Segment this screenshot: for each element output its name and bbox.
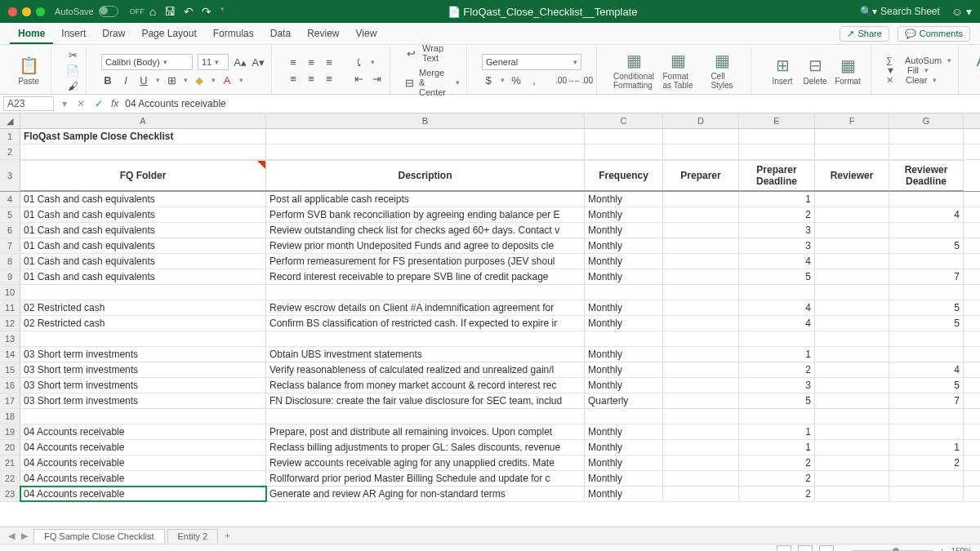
cell-B13[interactable] (266, 331, 585, 346)
sheet-tab-entity2[interactable]: Entity 2 (167, 529, 219, 543)
row-20[interactable]: 2004 Accounts receivableReclass billing … (0, 440, 980, 455)
col-G[interactable]: G (889, 113, 964, 128)
col-F[interactable]: F (815, 113, 889, 128)
cell-B6[interactable]: Review outstanding check list for checks… (266, 223, 585, 238)
cell-C23[interactable]: Monthly (585, 487, 663, 501)
cell-G18[interactable] (889, 409, 964, 424)
cell-G10[interactable] (889, 285, 964, 300)
cell-G5[interactable]: 4 (889, 207, 964, 222)
sheet-tab-active[interactable]: FQ Sample Close Checklist (33, 529, 165, 543)
hdr-description[interactable]: Description (266, 160, 585, 191)
cell-E21[interactable]: 2 (739, 455, 815, 470)
align-middle-icon[interactable]: ≡ (305, 56, 318, 69)
percent-icon[interactable]: % (510, 73, 523, 87)
italic-button[interactable]: I (119, 73, 132, 87)
cell-D19[interactable] (663, 424, 739, 439)
share-button[interactable]: ↗Share (840, 26, 889, 42)
cell-D14[interactable] (663, 347, 739, 362)
cell-D17[interactable] (663, 393, 739, 408)
cell-E8[interactable]: 4 (739, 254, 815, 269)
cell-C21[interactable]: Monthly (585, 455, 663, 470)
fill-color-button[interactable]: ◆ (193, 73, 206, 87)
cell-C13[interactable] (585, 331, 663, 346)
cell-E15[interactable]: 2 (739, 362, 815, 377)
save-icon[interactable]: 🖫 (164, 5, 176, 18)
increase-indent-icon[interactable]: ⇥ (370, 72, 383, 85)
format-cells-button[interactable]: ▦Format (831, 48, 864, 92)
cell-G23[interactable] (889, 487, 964, 501)
hdr-preparer-deadline[interactable]: Preparer Deadline (739, 160, 815, 191)
cell-A15[interactable]: 03 Short term investments (20, 362, 266, 377)
cell-F9[interactable] (815, 269, 889, 284)
cell-C5[interactable]: Monthly (585, 207, 663, 222)
autosum-button[interactable]: ∑ AutoSum▾ (886, 56, 951, 65)
cell-B15[interactable]: Verify reasonableness of calculated real… (266, 362, 585, 377)
cell-E16[interactable]: 3 (739, 378, 815, 393)
cell-A21[interactable]: 04 Accounts receivable (20, 455, 266, 470)
page-layout-view-icon[interactable] (798, 545, 813, 551)
cell-D16[interactable] (663, 378, 739, 393)
border-button[interactable]: ⊞ (165, 73, 178, 87)
cell-G4[interactable] (889, 192, 964, 207)
row-8[interactable]: 801 Cash and cash equivalentsPerform rem… (0, 254, 980, 269)
cell-A9[interactable]: 01 Cash and cash equivalents (20, 269, 266, 284)
cell-C8[interactable]: Monthly (585, 254, 663, 269)
cut-icon[interactable]: ✂ (66, 48, 79, 61)
cell-A19[interactable]: 04 Accounts receivable (20, 424, 266, 439)
comma-icon[interactable]: , (528, 73, 541, 87)
cell-A5[interactable]: 01 Cash and cash equivalents (20, 207, 266, 222)
cell-B16[interactable]: Reclass balance from money market accoun… (266, 378, 585, 393)
cell-B10[interactable] (266, 285, 585, 300)
insert-cells-button[interactable]: ⊞Insert (766, 48, 799, 92)
wrap-text-button[interactable]: ↩Wrap Text (405, 43, 460, 63)
cell-B7[interactable]: Review prior month Undeposited Funds and… (266, 238, 585, 253)
cell-D23[interactable] (663, 487, 739, 501)
tab-insert[interactable]: Insert (53, 23, 94, 44)
cell-C20[interactable]: Monthly (585, 440, 663, 455)
cell-G16[interactable]: 5 (889, 378, 964, 393)
row-9[interactable]: 901 Cash and cash equivalentsRecord inte… (0, 269, 980, 285)
cell-G15[interactable]: 4 (889, 362, 964, 377)
zoom-out-button[interactable]: − (840, 547, 845, 552)
cell-A8[interactable]: 01 Cash and cash equivalents (20, 254, 266, 269)
cell-B14[interactable]: Obtain UBS investment statements (266, 347, 585, 362)
font-size-select[interactable]: 11▾ (198, 54, 229, 70)
cell-C14[interactable]: Monthly (585, 347, 663, 362)
cell-C11[interactable]: Monthly (585, 300, 663, 315)
cell-B11[interactable]: Review escrow details on Client #A indem… (266, 300, 585, 315)
cell-E13[interactable] (739, 331, 815, 346)
cell-A11[interactable]: 02 Restricted cash (20, 300, 266, 315)
cell-B22[interactable]: Rollforward prior period Master Billing … (266, 471, 585, 486)
row-15[interactable]: 1503 Short term investmentsVerify reason… (0, 362, 980, 378)
cell-A18[interactable] (20, 409, 266, 424)
cell-F18[interactable] (815, 409, 889, 424)
col-E[interactable]: E (739, 113, 815, 128)
cell-F4[interactable] (815, 192, 889, 207)
tab-review[interactable]: Review (299, 23, 347, 44)
cell-B4[interactable]: Post all applicable cash receipts (266, 192, 585, 207)
cell-C15[interactable]: Monthly (585, 362, 663, 377)
cell-A13[interactable] (20, 331, 266, 346)
row-14[interactable]: 1403 Short term investmentsObtain UBS in… (0, 347, 980, 362)
zoom-in-button[interactable]: + (940, 547, 945, 552)
cell-B23[interactable]: Generate and review AR Aging for non-sta… (266, 487, 585, 501)
spreadsheet-grid[interactable]: 1 FloQast Sample Close Checklist 2 3 FQ … (0, 129, 980, 527)
copy-icon[interactable]: 📄 (66, 64, 79, 77)
currency-icon[interactable]: $ (482, 73, 495, 87)
cell-E22[interactable]: 2 (739, 471, 815, 486)
cell-A6[interactable]: 01 Cash and cash equivalents (20, 223, 266, 238)
cell-E4[interactable]: 1 (739, 192, 815, 207)
shrink-font-icon[interactable]: A▾ (252, 56, 265, 69)
cell-C22[interactable]: Monthly (585, 471, 663, 486)
hdr-preparer[interactable]: Preparer (663, 160, 739, 191)
align-right-icon[interactable]: ≡ (323, 72, 336, 85)
cell-E18[interactable] (739, 409, 815, 424)
align-left-icon[interactable]: ≡ (287, 72, 300, 85)
cell-F20[interactable] (815, 440, 889, 455)
sheet-nav-prev[interactable]: ◀ (5, 531, 18, 541)
cell-E6[interactable]: 3 (739, 223, 815, 238)
cell-G21[interactable]: 2 (889, 455, 964, 470)
paste-button[interactable]: 📋 Paste (13, 56, 44, 86)
cell-G14[interactable] (889, 347, 964, 362)
hdr-frequency[interactable]: Frequency (585, 160, 663, 191)
